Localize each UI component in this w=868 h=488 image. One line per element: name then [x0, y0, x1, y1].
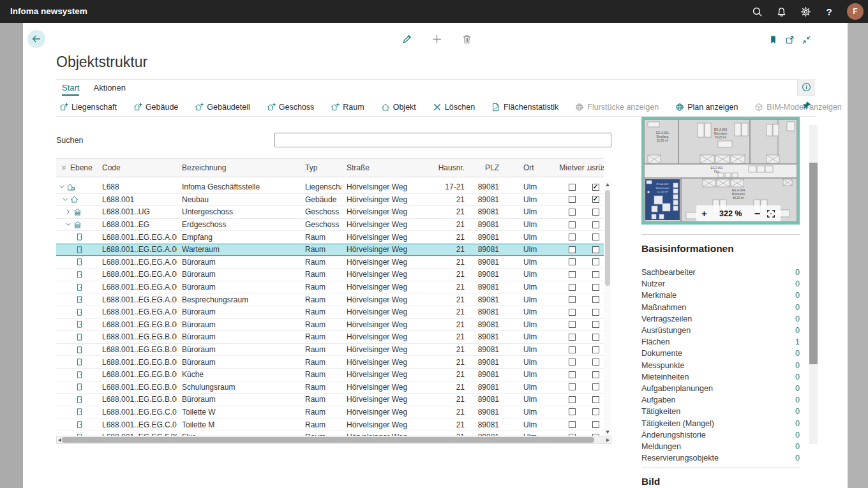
ausruest-checkbox[interactable] — [592, 196, 599, 203]
ausruest-checkbox[interactable] — [592, 321, 599, 328]
table-row[interactable]: L688.001..EG.EG.A.003 Büroraum Raum Hörv… — [56, 256, 604, 269]
notifications-icon[interactable] — [776, 6, 787, 17]
basisinfo-value[interactable]: 0 — [795, 326, 800, 335]
chev-down-icon[interactable] — [62, 196, 68, 203]
basisinfo-value[interactable]: 0 — [795, 361, 800, 370]
panel-scrollbar[interactable] — [809, 125, 818, 444]
ausruest-checkbox[interactable] — [592, 209, 599, 216]
basisinfo-value[interactable]: 0 — [795, 419, 800, 428]
ribbon-action[interactable]: Plan anzeigen — [675, 103, 738, 112]
mietver-checkbox[interactable] — [569, 309, 576, 316]
search-input[interactable] — [274, 133, 611, 147]
table-row[interactable]: L688.001..UG Untergeschoss Geschoss Hörv… — [56, 206, 604, 219]
mietver-checkbox[interactable] — [569, 258, 576, 265]
basisinfo-value[interactable]: 0 — [795, 442, 800, 451]
mietver-checkbox[interactable] — [569, 233, 576, 240]
table-row[interactable]: L688.001..EG.EG.A.006 Besprechungsraum R… — [56, 293, 604, 306]
basisinfo-value[interactable]: 0 — [795, 407, 800, 416]
ribbon-action[interactable]: Geschoss — [267, 103, 315, 112]
basisinfo-value[interactable]: 0 — [795, 396, 800, 404]
table-row[interactable]: L688.001..EG.EG.B.001 Büroraum Raum Hörv… — [56, 319, 604, 332]
column-header-code[interactable]: Code — [101, 163, 177, 172]
ausruest-checkbox[interactable] — [592, 371, 599, 378]
mietver-checkbox[interactable] — [569, 346, 576, 353]
chev-right-icon[interactable] — [65, 209, 71, 215]
tab[interactable]: Aktionen — [93, 83, 126, 96]
ausruest-checkbox[interactable] — [592, 334, 599, 341]
basisinfo-value[interactable]: 0 — [795, 291, 800, 300]
ausruest-checkbox[interactable] — [592, 271, 599, 278]
table-row[interactable]: L688.001..EG.EG.B.004 Büroraum Raum Hörv… — [56, 356, 604, 369]
collapse-all-icon[interactable] — [61, 165, 67, 171]
mietver-checkbox[interactable] — [569, 321, 576, 328]
ribbon-action[interactable]: Gebäude — [133, 103, 178, 112]
delete-icon[interactable] — [461, 34, 472, 45]
ausruest-checkbox[interactable] — [592, 284, 599, 291]
ribbon-action[interactable]: Gebäudeteil — [195, 103, 250, 112]
mietver-checkbox[interactable] — [569, 371, 576, 378]
search-icon[interactable] — [752, 6, 763, 17]
mietver-checkbox[interactable] — [569, 296, 576, 303]
floor-plan-viewer[interactable]: EG.A.001 Empfang 22,05 m² EG.A.003 Büror… — [641, 117, 800, 225]
mietver-checkbox[interactable] — [569, 359, 576, 366]
scroll-up-arrow[interactable] — [606, 183, 610, 186]
ausruest-checkbox[interactable] — [592, 221, 599, 228]
mietver-checkbox[interactable] — [569, 383, 576, 390]
mietver-checkbox[interactable] — [569, 271, 576, 278]
column-header-typ[interactable]: Typ — [300, 163, 341, 172]
mietver-checkbox[interactable] — [569, 221, 576, 228]
help-icon[interactable]: ? — [825, 6, 834, 17]
chev-down-icon[interactable] — [65, 221, 71, 228]
basisinfo-value[interactable]: 0 — [795, 373, 800, 381]
table-row[interactable]: L688.001..EG.EG.A.004 Büroraum Raum Hörv… — [56, 269, 604, 281]
ausruest-checkbox[interactable] — [592, 346, 599, 353]
table-row[interactable]: L688.001..EG.EG.B.006 Schulungsraum Raum… — [56, 381, 604, 394]
mietver-checkbox[interactable] — [569, 408, 576, 415]
basisinfo-value[interactable]: 0 — [795, 268, 800, 277]
ausruest-checkbox[interactable] — [592, 359, 599, 366]
column-header-bezeichnung[interactable]: Bezeichnung — [177, 163, 300, 172]
table-row[interactable]: L688.001..EG.EG.B.007 Büroraum Raum Hörv… — [56, 394, 604, 406]
basisinfo-value[interactable]: 0 — [795, 349, 800, 358]
scrollbar-thumb[interactable] — [605, 190, 610, 286]
popout-icon[interactable] — [785, 35, 795, 45]
ausruest-checkbox[interactable] — [592, 296, 599, 303]
scroll-left-arrow[interactable] — [58, 438, 61, 442]
add-icon[interactable] — [431, 34, 442, 45]
settings-icon[interactable] — [800, 6, 811, 17]
table-horizontal-scrollbar[interactable] — [56, 436, 611, 444]
ausruest-checkbox[interactable] — [592, 184, 599, 191]
ausruest-checkbox[interactable] — [592, 396, 599, 403]
ausruest-checkbox[interactable] — [592, 421, 599, 428]
ausruest-checkbox[interactable] — [592, 258, 599, 265]
ribbon-action[interactable]: Liegenschaft — [59, 103, 117, 112]
chev-down-icon[interactable] — [59, 184, 65, 190]
column-header-strasse[interactable]: Straße — [341, 163, 431, 172]
column-header-mietver[interactable]: Mietver — [557, 163, 587, 172]
mietver-checkbox[interactable] — [569, 396, 576, 403]
mietver-checkbox[interactable] — [569, 334, 576, 341]
table-row[interactable]: L688.001..EG.EG.C.001 Toilette W Raum Hö… — [56, 406, 604, 419]
table-row[interactable]: L688.001..EG.EG.C.002 Toilette M Raum Hö… — [56, 418, 604, 431]
table-row[interactable]: L688.001..EG.EG.B.005 Küche Raum Hörvels… — [56, 369, 604, 381]
mietver-checkbox[interactable] — [569, 284, 576, 291]
scroll-down-arrow[interactable] — [606, 431, 610, 434]
ausruest-checkbox[interactable] — [592, 233, 599, 240]
zoom-in-button[interactable]: + — [701, 208, 707, 219]
edit-icon[interactable] — [401, 34, 412, 45]
mietver-checkbox[interactable] — [569, 421, 576, 428]
column-header-ebene[interactable]: Ebene — [56, 163, 101, 172]
column-header-plz[interactable]: PLZ — [467, 163, 501, 172]
mietver-checkbox[interactable] — [569, 246, 576, 253]
basisinfo-value[interactable]: 1 — [795, 337, 800, 346]
tab[interactable]: Start — [62, 83, 79, 96]
table-row[interactable]: L688.001 Neubau Gebäude Hörvelsinger Weg… — [56, 194, 604, 207]
mietver-checkbox[interactable] — [569, 209, 576, 216]
scrollbar-thumb[interactable] — [809, 163, 818, 364]
table-row[interactable]: L688.001..EG.EG.A.007 Büroraum Raum Hörv… — [56, 306, 604, 319]
table-row[interactable]: L688.001..EG Erdgeschoss Geschoss Hörvel… — [56, 219, 604, 232]
zoom-out-button[interactable]: − — [754, 208, 760, 219]
table-row[interactable]: L688.001..EG.EG.B.002 Büroraum Raum Hörv… — [56, 331, 604, 344]
pin-icon[interactable] — [802, 101, 812, 110]
avatar[interactable]: F — [847, 3, 864, 20]
